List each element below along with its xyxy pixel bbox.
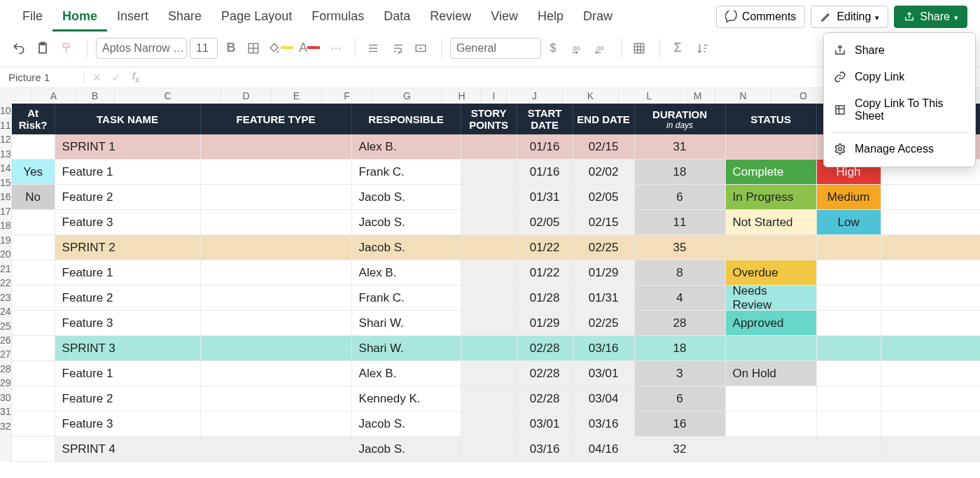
fx-icon[interactable]: fx (127, 70, 144, 85)
cell[interactable]: 03/16 (573, 336, 635, 361)
cell[interactable] (881, 235, 980, 260)
cell[interactable]: Needs Review (726, 286, 817, 311)
row-number[interactable]: 22 (0, 276, 12, 290)
task-row[interactable]: Feature 3Jacob S.03/0103/1616 (12, 412, 980, 437)
cell[interactable]: 03/01 (573, 361, 635, 386)
cell[interactable]: 18 (635, 336, 726, 361)
task-row[interactable]: Feature 3Shari W.01/2902/2528Approved (12, 311, 980, 336)
cell[interactable]: Feature 3 (55, 210, 201, 235)
cell[interactable]: Feature 2 (55, 386, 201, 412)
cell[interactable]: 02/25 (573, 235, 635, 260)
cell[interactable]: 02/25 (573, 311, 635, 336)
cell[interactable]: In Progress (726, 185, 817, 210)
cell[interactable] (726, 386, 817, 412)
col-header-B[interactable]: B (76, 88, 115, 104)
row-number[interactable]: 26 (0, 333, 12, 347)
decrease-decimal-button[interactable]: .00 (592, 38, 612, 59)
share-menu-copy-sheet-link[interactable]: Copy Link To This Sheet (824, 90, 975, 129)
cell[interactable]: Feature 1 (55, 160, 201, 185)
cell[interactable]: SPRINT 2 (55, 235, 201, 260)
sprint-row[interactable]: SPRINT 4Jacob S.03/1604/1632 (12, 437, 980, 462)
row-number[interactable]: 25 (0, 318, 12, 332)
cell[interactable] (461, 160, 517, 185)
cell[interactable] (817, 235, 881, 260)
row-number[interactable]: 32 (0, 419, 12, 433)
fill-color-button[interactable] (268, 38, 296, 59)
cell[interactable] (12, 386, 55, 412)
share-menu-copy-link[interactable]: Copy Link (824, 64, 975, 90)
cell[interactable] (817, 412, 881, 437)
cell[interactable] (881, 336, 980, 361)
sprint-row[interactable]: SPRINT 2Jacob S.01/2202/2535 (12, 235, 980, 260)
cell[interactable]: 01/22 (517, 260, 573, 286)
cell[interactable] (201, 361, 352, 386)
cell[interactable]: 01/22 (517, 235, 573, 260)
cell[interactable] (881, 361, 980, 386)
cell[interactable] (12, 260, 55, 286)
cell[interactable]: Jacob S. (352, 437, 461, 462)
cell[interactable]: Feature 3 (55, 412, 201, 437)
cell[interactable]: SPRINT 1 (55, 134, 201, 160)
cell[interactable] (461, 134, 517, 160)
cell[interactable] (881, 210, 980, 235)
cell[interactable]: SPRINT 4 (55, 437, 201, 462)
cell[interactable] (817, 361, 881, 386)
col-header-J[interactable]: J (507, 88, 563, 104)
tab-formulas[interactable]: Formulas (302, 2, 374, 31)
cell[interactable] (461, 210, 517, 235)
row-number[interactable]: 28 (0, 362, 12, 376)
cell[interactable]: 02/28 (517, 336, 573, 361)
share-menu-share[interactable]: Share (824, 37, 975, 64)
cell[interactable]: Alex B. (352, 134, 461, 160)
cell[interactable] (461, 286, 517, 311)
tab-page-layout[interactable]: Page Layout (211, 2, 302, 31)
cell[interactable]: 28 (635, 311, 726, 336)
wrap-text-button[interactable] (388, 38, 409, 59)
task-row[interactable]: Feature 1Alex B.02/2803/013On Hold (12, 361, 980, 386)
tab-review[interactable]: Review (420, 2, 481, 31)
cell[interactable] (12, 437, 55, 462)
align-button[interactable] (364, 38, 385, 59)
cell[interactable] (201, 286, 352, 311)
col-header-F[interactable]: F (322, 88, 372, 104)
cell[interactable]: 3 (635, 361, 726, 386)
cell[interactable] (461, 412, 517, 437)
cell[interactable] (881, 260, 980, 286)
cell[interactable]: 01/31 (517, 185, 573, 210)
cell[interactable] (201, 185, 352, 210)
cell[interactable] (12, 235, 55, 260)
merge-button[interactable] (412, 38, 433, 59)
cell[interactable] (461, 336, 517, 361)
cell[interactable]: Alex B. (352, 361, 461, 386)
col-header-H[interactable]: H (442, 88, 482, 104)
cell[interactable] (12, 311, 55, 336)
share-menu-manage-access[interactable]: Manage Access (824, 136, 975, 162)
autosum-button[interactable]: Σ (668, 38, 690, 59)
font-name-select[interactable]: Aptos Narrow … (96, 38, 187, 59)
cell[interactable]: 31 (635, 134, 726, 160)
cell[interactable]: Overdue (726, 260, 817, 286)
paste-button[interactable] (34, 38, 55, 59)
task-row[interactable]: Feature 1Alex B.01/2201/298Overdue (12, 260, 980, 286)
currency-button[interactable]: $ (544, 38, 565, 59)
row-number[interactable]: 16 (0, 190, 12, 204)
cell[interactable]: Jacob S. (352, 412, 461, 437)
format-painter-button[interactable] (57, 38, 78, 59)
undo-button[interactable] (10, 38, 31, 59)
increase-decimal-button[interactable]: .00 (568, 38, 589, 59)
cell[interactable]: 32 (635, 437, 726, 462)
cell[interactable] (12, 412, 55, 437)
cell[interactable]: 4 (635, 286, 726, 311)
accept-formula-icon[interactable]: ✓ (108, 71, 125, 84)
cell[interactable] (881, 386, 980, 412)
sprint-row[interactable]: SPRINT 3Shari W.02/2803/1618 (12, 336, 980, 361)
cell[interactable] (461, 437, 517, 462)
row-number[interactable]: 13 (0, 146, 12, 160)
cell[interactable] (201, 210, 352, 235)
cell[interactable]: No (12, 185, 55, 210)
cell[interactable]: 18 (635, 160, 726, 185)
cell[interactable] (881, 437, 980, 462)
row-number[interactable]: 23 (0, 290, 12, 304)
comments-button[interactable]: Comments (716, 6, 805, 28)
cell[interactable]: 01/28 (517, 286, 573, 311)
